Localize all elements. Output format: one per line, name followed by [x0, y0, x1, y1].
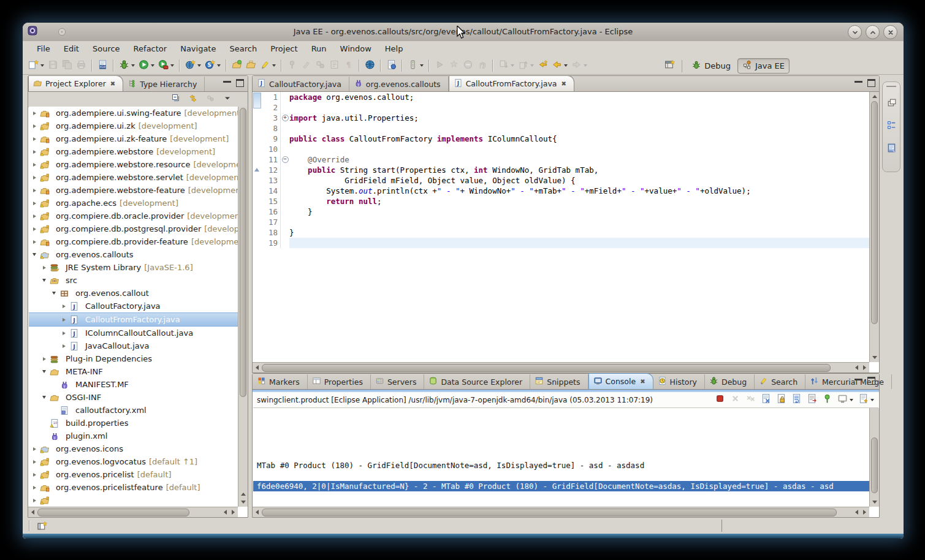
- tree-item[interactable]: org.evenos.pricelistfeature[default]: [29, 481, 238, 494]
- word-wrap-button[interactable]: [790, 392, 803, 407]
- menu-navigate[interactable]: Navigate: [173, 41, 223, 57]
- display-console-dropdown-arrow[interactable]: [850, 399, 853, 401]
- minimize-view-button[interactable]: [223, 81, 231, 85]
- task-list-view-button[interactable]: [885, 142, 898, 157]
- code-editor[interactable]: 1package org.evenos.callout;2 3+import j…: [253, 92, 869, 362]
- tab-project-explorer[interactable]: Project Explorer✖: [28, 75, 123, 91]
- display-console-button[interactable]: [836, 392, 855, 407]
- tree-expand-arrow[interactable]: [41, 357, 47, 361]
- menu-help[interactable]: Help: [378, 41, 410, 57]
- tree-expand-arrow[interactable]: [31, 447, 37, 451]
- tree-expand-arrow[interactable]: [31, 202, 37, 205]
- clear-console-button[interactable]: [759, 392, 772, 407]
- open-resource-button[interactable]: [245, 58, 257, 74]
- maximize-view-button[interactable]: [236, 79, 244, 87]
- open-perspective-button[interactable]: [663, 58, 676, 74]
- tree-item[interactable]: org.evenos.callout: [29, 287, 238, 300]
- tree-expand-arrow[interactable]: [31, 473, 37, 477]
- tree-item[interactable]: JIColumnCalloutCallout.java: [29, 327, 238, 339]
- menu-search[interactable]: Search: [223, 41, 264, 57]
- tree-item[interactable]: JCalloutFactory.java: [29, 300, 238, 312]
- outline-view-button[interactable]: [885, 119, 898, 134]
- new-wizard-dropdown-arrow[interactable]: [40, 64, 44, 67]
- tree-expand-arrow[interactable]: [31, 486, 37, 490]
- tree-expand-arrow[interactable]: [61, 318, 67, 322]
- link-editor-button[interactable]: [187, 92, 199, 107]
- tree-expand-arrow[interactable]: [31, 189, 37, 192]
- tree-horizontal-scrollbar[interactable]: [28, 507, 238, 517]
- mark-occurrences-dropdown-arrow[interactable]: [272, 64, 276, 67]
- tree-item[interactable]: org.adempiere.ui.swing-feature[developme…: [29, 107, 238, 119]
- tree-expand-arrow[interactable]: [31, 112, 37, 115]
- tree-item[interactable]: org.compiere.db.postgresql.provider[deve…: [29, 222, 238, 235]
- tab-type-hierarchy[interactable]: Type Hierarchy: [123, 77, 205, 91]
- tab-properties[interactable]: Properties: [308, 374, 371, 389]
- collapse-all-button[interactable]: [170, 92, 182, 107]
- project-tree[interactable]: org.adempiere.ui.swing-feature[developme…: [29, 107, 238, 507]
- tab-snippets[interactable]: Snippets: [530, 374, 588, 389]
- maximize-console-button[interactable]: [867, 377, 875, 385]
- minimize-editor-button[interactable]: [855, 81, 862, 85]
- tab-mercurial-merge[interactable]: Mercurial Merge: [805, 374, 892, 389]
- server-view-dropdown-arrow[interactable]: [420, 64, 424, 67]
- fold-plus-icon[interactable]: +: [282, 115, 289, 121]
- tree-item[interactable]: org.compiere.db.oracle.provider[developm…: [29, 210, 238, 222]
- run-button[interactable]: [137, 58, 156, 74]
- show-stdout-button[interactable]: [805, 392, 818, 407]
- tree-item[interactable]: [29, 494, 238, 507]
- tab-servers[interactable]: Servers: [371, 374, 425, 389]
- menu-file[interactable]: File: [30, 41, 57, 57]
- terminate-red-button[interactable]: [714, 392, 726, 407]
- minimize-button[interactable]: [848, 25, 862, 39]
- new-web-service-dropdown-arrow[interactable]: [197, 64, 201, 67]
- tab-markers[interactable]: Markers: [253, 374, 308, 389]
- tree-item[interactable]: calloutfactory.xml: [29, 404, 238, 417]
- open-console-button[interactable]: [857, 392, 875, 407]
- tree-expand-arrow[interactable]: [61, 344, 67, 348]
- back-history-dropdown-arrow[interactable]: [564, 64, 568, 67]
- web-service-button[interactable]: S: [204, 58, 222, 74]
- tree-vertical-scrollbar[interactable]: [238, 107, 248, 507]
- editor-horizontal-scrollbar[interactable]: [253, 362, 869, 373]
- tab-close-icon[interactable]: ✖: [640, 378, 645, 385]
- close-button[interactable]: [883, 25, 897, 39]
- tab-calloutfromfactory-java[interactable]: JCalloutFromFactory.java✖: [449, 75, 574, 91]
- perspective-javaee[interactable]: Java EE: [737, 58, 790, 74]
- menu-refactor[interactable]: Refactor: [127, 41, 174, 57]
- tree-item[interactable]: org.adempiere.ui.zk-feature[development]: [29, 132, 238, 145]
- tree-item[interactable]: org.apache.ecs[development]: [29, 197, 238, 210]
- menu-project[interactable]: Project: [264, 41, 304, 57]
- tree-item[interactable]: org.adempiere.webstore.servlet[developme…: [29, 171, 238, 184]
- pin-console-button[interactable]: [821, 392, 834, 407]
- tree-expand-arrow[interactable]: [31, 214, 37, 218]
- tree-expand-arrow[interactable]: [61, 305, 67, 308]
- tab-calloutfactory-java[interactable]: JCalloutFactory.java: [253, 77, 349, 91]
- tree-collapse-arrow[interactable]: [41, 370, 47, 373]
- new-web-service-button[interactable]: [184, 58, 202, 74]
- tree-expand-arrow[interactable]: [31, 460, 37, 464]
- folding-cell[interactable]: +: [280, 113, 289, 123]
- tree-item[interactable]: org.adempiere.webstore[development]: [29, 145, 238, 158]
- tab-data-source-explorer[interactable]: Data Source Explorer: [424, 374, 530, 389]
- open-plugin-artifact-button[interactable]: [230, 58, 243, 74]
- mark-occurrences-button[interactable]: [259, 58, 277, 74]
- tree-expand-arrow[interactable]: [31, 240, 37, 244]
- tree-item[interactable]: src: [29, 274, 238, 287]
- tree-item[interactable]: org.evenos.callouts: [29, 248, 238, 261]
- tree-item[interactable]: org.evenos.pricelist[default]: [29, 468, 238, 481]
- tree-expand-arrow[interactable]: [31, 499, 37, 502]
- tree-expand-arrow[interactable]: [31, 227, 37, 231]
- web-browser-button[interactable]: [364, 58, 376, 74]
- tree-item[interactable]: org.evenos.icons: [29, 442, 238, 455]
- scroll-lock-button[interactable]: [775, 392, 788, 407]
- tree-item[interactable]: JRE System Library[JavaSE-1.6]: [29, 261, 238, 274]
- menu-source[interactable]: Source: [86, 41, 127, 57]
- tree-item[interactable]: Plug-in Dependencies: [29, 352, 238, 365]
- tab-console[interactable]: Console✖: [588, 373, 653, 389]
- tree-expand-arrow[interactable]: [61, 331, 67, 335]
- menu-edit[interactable]: Edit: [57, 41, 86, 57]
- restore-pane-button[interactable]: [885, 96, 898, 112]
- tree-expand-arrow[interactable]: [31, 150, 37, 154]
- server-view-button[interactable]: [406, 58, 425, 74]
- console-vertical-scrollbar[interactable]: [869, 408, 879, 507]
